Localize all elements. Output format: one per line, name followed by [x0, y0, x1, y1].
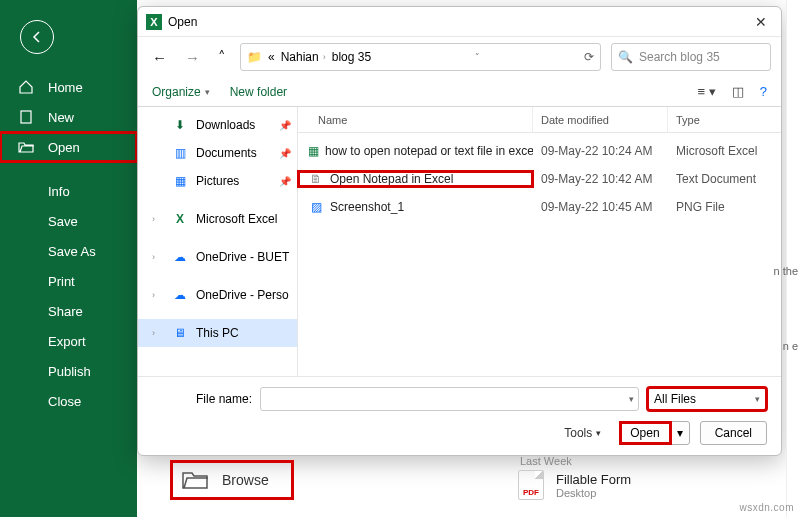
- sidebar-label: Info: [48, 184, 70, 199]
- refresh-icon[interactable]: ⟳: [584, 50, 594, 64]
- sidebar-label: Save As: [48, 244, 96, 259]
- filter-label: All Files: [654, 392, 696, 406]
- nav-back-icon[interactable]: ←: [148, 47, 171, 68]
- tree-item-excel[interactable]: ›XMicrosoft Excel: [138, 205, 297, 233]
- file-row[interactable]: 🗎Open Notepad in Excel 09-May-22 10:42 A…: [298, 165, 781, 193]
- file-date: 09-May-22 10:45 AM: [533, 200, 668, 214]
- sidebar-label: Export: [48, 334, 86, 349]
- dialog-body: ⬇Downloads📌 ▥Documents📌 ▦Pictures📌 ›XMic…: [138, 107, 781, 376]
- tree-item-downloads[interactable]: ⬇Downloads📌: [138, 111, 297, 139]
- tree-item-this-pc[interactable]: ›🖥This PC: [138, 319, 297, 347]
- dialog-navbar: ← → ˄ 📁 « Nahian › blog 35 ˅ ⟳ 🔍 Search …: [138, 37, 781, 77]
- tools-menu[interactable]: Tools ▾: [564, 426, 601, 440]
- cancel-button[interactable]: Cancel: [700, 421, 767, 445]
- search-placeholder: Search blog 35: [639, 50, 720, 64]
- column-date[interactable]: Date modified: [533, 107, 668, 132]
- tree-label: OneDrive - Perso: [196, 288, 289, 302]
- browse-button[interactable]: Browse: [172, 462, 292, 498]
- sidebar-item-publish[interactable]: Publish: [0, 356, 137, 386]
- close-icon[interactable]: ✕: [749, 12, 773, 32]
- watermark: wsxdn.com: [739, 502, 794, 513]
- browse-label: Browse: [222, 472, 269, 488]
- column-name[interactable]: Name: [298, 107, 533, 132]
- sidebar-item-info[interactable]: Info: [0, 176, 137, 206]
- sidebar-item-home[interactable]: Home: [0, 72, 137, 102]
- excel-file-icon: ▦: [308, 143, 319, 159]
- tree-item-pictures[interactable]: ▦Pictures📌: [138, 167, 297, 195]
- open-file-dialog: X Open ✕ ← → ˄ 📁 « Nahian › blog 35 ˅ ⟳ …: [137, 6, 782, 456]
- preview-pane-icon[interactable]: ◫: [732, 84, 744, 99]
- chevron-down-icon: ▾: [596, 428, 601, 438]
- open-dropdown-icon[interactable]: ▾: [671, 426, 689, 440]
- sidebar-item-print[interactable]: Print: [0, 266, 137, 296]
- sidebar-label: Print: [48, 274, 75, 289]
- recent-file-item[interactable]: PDF Fillable Form Desktop: [518, 470, 631, 500]
- sidebar-item-share[interactable]: Share: [0, 296, 137, 326]
- documents-icon: ▥: [172, 146, 188, 160]
- dialog-footer: File name: ▾ All Files▾ Tools ▾ Open ▾ C…: [138, 376, 781, 455]
- arrow-left-icon: [29, 29, 45, 45]
- organize-menu[interactable]: Organize ▾: [152, 85, 210, 99]
- svg-rect-0: [21, 111, 31, 123]
- back-button[interactable]: [20, 20, 54, 54]
- view-list-icon[interactable]: ≡ ▾: [698, 84, 716, 99]
- column-type[interactable]: Type: [668, 107, 781, 132]
- file-row[interactable]: ▦how to open notepad or text file in exc…: [298, 137, 781, 165]
- file-type-filter[interactable]: All Files▾: [647, 387, 767, 411]
- pin-icon: 📌: [279, 176, 291, 187]
- sidebar-item-save-as[interactable]: Save As: [0, 236, 137, 266]
- sidebar-label: Open: [48, 140, 80, 155]
- chevron-down-icon: ▾: [205, 87, 210, 97]
- right-clipped-edge: [786, 0, 800, 517]
- file-name: Open Notepad in Excel: [330, 172, 453, 186]
- sidebar-item-export[interactable]: Export: [0, 326, 137, 356]
- pdf-icon: PDF: [518, 470, 544, 500]
- open-split-button[interactable]: Open ▾: [619, 421, 689, 445]
- open-button[interactable]: Open: [620, 422, 670, 444]
- sidebar-item-open[interactable]: Open: [0, 132, 137, 162]
- expand-icon[interactable]: ›: [152, 328, 162, 338]
- sidebar-item-save[interactable]: Save: [0, 206, 137, 236]
- search-input[interactable]: 🔍 Search blog 35: [611, 43, 771, 71]
- new-folder-button[interactable]: New folder: [230, 85, 287, 99]
- tree-item-documents[interactable]: ▥Documents📌: [138, 139, 297, 167]
- sidebar-label: Home: [48, 80, 83, 95]
- excel-app-icon: X: [146, 14, 162, 30]
- home-icon: [18, 79, 34, 95]
- chevron-right-icon: ›: [323, 52, 326, 62]
- tree-label: OneDrive - BUET: [196, 250, 289, 264]
- breadcrumb-overflow[interactable]: «: [268, 50, 275, 64]
- dialog-title: Open: [168, 15, 749, 29]
- open-folder-icon: [18, 139, 34, 155]
- text-file-icon: 🗎: [308, 171, 324, 187]
- excel-icon: X: [172, 212, 188, 226]
- cloud-icon: ☁: [172, 288, 188, 302]
- image-file-icon: ▨: [308, 199, 324, 215]
- recent-file-path: Desktop: [556, 487, 631, 499]
- nav-forward-icon[interactable]: →: [181, 47, 204, 68]
- breadcrumb[interactable]: Nahian ›: [281, 50, 326, 64]
- tree-item-onedrive-buet[interactable]: ›☁OneDrive - BUET: [138, 243, 297, 271]
- expand-icon[interactable]: ›: [152, 214, 162, 224]
- sidebar-label: Close: [48, 394, 81, 409]
- nav-up-icon[interactable]: ˄: [214, 46, 230, 68]
- expand-icon[interactable]: ›: [152, 290, 162, 300]
- cloud-icon: ☁: [172, 250, 188, 264]
- file-row[interactable]: ▨Screenshot_1 09-May-22 10:45 AM PNG Fil…: [298, 193, 781, 221]
- address-bar[interactable]: 📁 « Nahian › blog 35 ˅ ⟳: [240, 43, 601, 71]
- pin-icon: 📌: [279, 120, 291, 131]
- sidebar-item-close[interactable]: Close: [0, 386, 137, 416]
- tree-item-onedrive-personal[interactable]: ›☁OneDrive - Perso: [138, 281, 297, 309]
- file-name-input[interactable]: ▾: [260, 387, 639, 411]
- folder-tree: ⬇Downloads📌 ▥Documents📌 ▦Pictures📌 ›XMic…: [138, 107, 298, 376]
- file-date: 09-May-22 10:42 AM: [533, 172, 668, 186]
- expand-icon[interactable]: ›: [152, 252, 162, 262]
- sidebar-label: Publish: [48, 364, 91, 379]
- address-dropdown-icon[interactable]: ˅: [475, 52, 480, 62]
- file-name: Screenshot_1: [330, 200, 404, 214]
- sidebar-item-new[interactable]: New: [0, 102, 137, 132]
- chevron-down-icon[interactable]: ▾: [629, 394, 634, 404]
- breadcrumb[interactable]: blog 35: [332, 50, 371, 64]
- search-icon: 🔍: [618, 50, 633, 64]
- help-icon[interactable]: ?: [760, 84, 767, 99]
